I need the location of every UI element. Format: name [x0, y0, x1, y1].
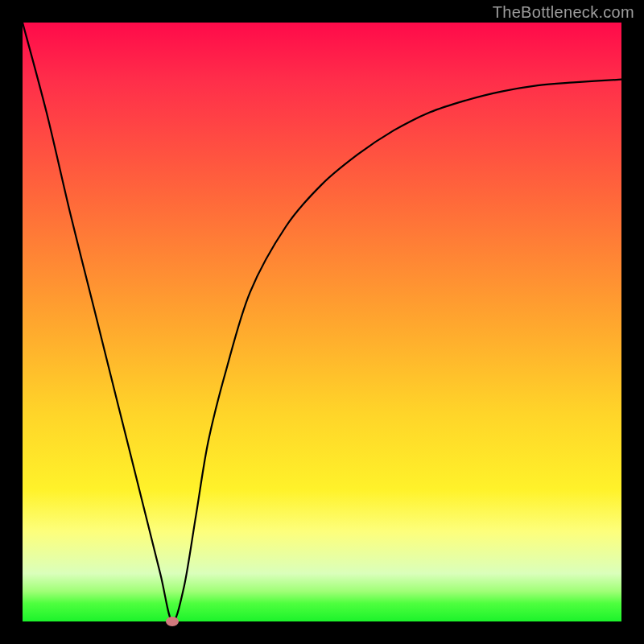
minimum-marker	[166, 617, 179, 626]
watermark-text: TheBottleneck.com	[493, 3, 634, 22]
bottleneck-curve	[23, 23, 621, 621]
chart-frame: TheBottleneck.com	[0, 0, 644, 644]
plot-area	[23, 23, 621, 621]
